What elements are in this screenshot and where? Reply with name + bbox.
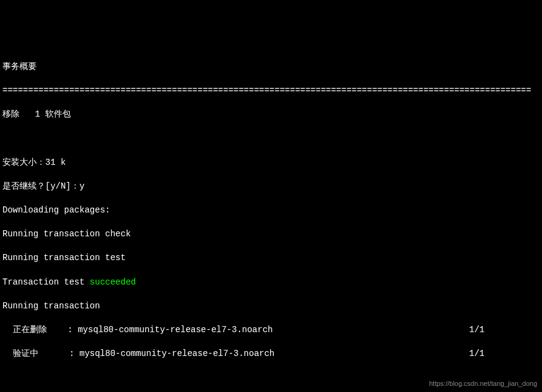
terminal-output[interactable]: 事务概要 ===================================… <box>0 48 542 392</box>
remove-summary: 移除 1 软件包 <box>2 109 540 121</box>
transaction-test-result: Transaction test succeeded <box>2 277 540 289</box>
running-transaction: Running transaction <box>2 300 540 313</box>
continue-prompt: 是否继续？[y/N]：y <box>2 181 540 193</box>
install-size: 安装大小：31 k <box>2 157 540 169</box>
succeeded-status: succeeded <box>90 277 136 287</box>
downloading-packages: Downloading packages: <box>2 205 540 217</box>
removing-row: 正在删除 : mysql80-community-release-el7-3.n… <box>2 324 540 336</box>
transaction-summary-title: 事务概要 <box>2 61 540 73</box>
transaction-check: Running transaction check <box>2 228 540 241</box>
verify-row: 验证中 : mysql80-community-release-el7-3.no… <box>2 348 540 360</box>
transaction-test: Running transaction test <box>2 252 540 264</box>
separator-line: ========================================… <box>2 85 540 97</box>
watermark-text: https://blog.csdn.net/tang_jian_dong <box>429 379 537 388</box>
blank-line <box>2 133 540 145</box>
